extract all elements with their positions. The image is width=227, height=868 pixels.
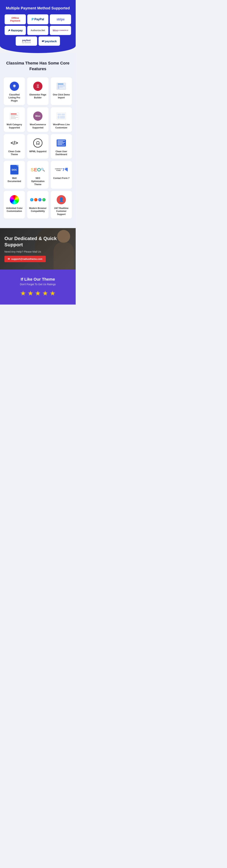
support-subtitle: Need Any Help? Please Mail Us [4,250,71,253]
woocommerce-label: WooCommerce Supported [29,123,47,129]
unlimited-color-icon [9,194,20,205]
unlimited-color-label: Unlimited Color Customization [5,207,23,213]
star-5: ★ [50,289,56,297]
feature-one-click-demo: One Click Demo Import [51,78,72,105]
paypal-p-icon: P [32,18,34,21]
payment-authorizenet: Authorize.Net [27,26,49,35]
clean-code-icon: </> [9,138,20,148]
clean-code-label: Clean Code Theme [5,150,23,156]
feature-modern-browser: Modern Browser Compatibility [27,191,48,219]
razorpay-label: Razorpay [11,29,23,32]
rating-subtitle: Don't Forget To Get Us Ratings [4,283,72,286]
rating-section: If Like Our Theme Don't Forget To Get Us… [0,270,76,305]
modern-browser-label: Modern Browser Compatibility [29,207,47,213]
elementor-e-icon: Ξ [36,84,39,89]
wpml-label: WPML Suppotrd [29,150,46,153]
authorizenet-label: Authorize.Net [31,29,45,32]
svg-point-4 [14,85,15,86]
clean-dashboard-icon [56,138,66,148]
payment-razorpay: Razorpay [5,26,26,35]
seo-icon: S E O 🔍 [33,164,43,175]
payment-title: Multiple Payment Method Supported [4,5,72,11]
woocommerce-icon: Woo [33,111,43,121]
star-1: ★ [20,289,26,297]
elementor-icon: Ξ [33,81,43,91]
headphones-icon: 🎧 [36,141,40,145]
support-email: support@radiustheme.com [11,257,42,260]
contact-form-label: Contact Form 7 [53,177,69,180]
seo-e: E [34,167,37,173]
feature-well-documented: DOC Well Documented [4,161,25,188]
payment-paystack: paystack [38,36,60,46]
paypal-label: PayPal [34,18,44,21]
stars-container: ★ ★ ★ ★ ★ [4,289,72,297]
payment-last-row: payfastby network paystack [5,36,71,46]
payment-paypal: P PayPal [27,14,49,24]
contact-form-icon: CONTACT FORM 7 [56,164,66,175]
firefox-icon [34,198,37,202]
support-person-icon: 👤 [59,197,64,202]
stripe-label: stripe [56,18,64,21]
svg-rect-1 [42,40,45,41]
rating-title: If Like Our Theme [4,277,72,282]
feature-wpml: 🎧 WPML Suppotrd [27,134,48,159]
payment-woocommerce: Woo COMMERCE [50,26,71,35]
payment-offline: Offline Payment [5,14,26,24]
location-icon [12,84,17,89]
wp-customizer-label: WordPress Live Customizer [53,123,70,129]
seo-o: O [37,167,41,173]
feature-contact-form: CONTACT FORM 7 Contact Form 7 [51,161,72,188]
star-2: ★ [28,289,33,297]
chrome-icon [30,198,33,202]
feature-classified-listing: Classified Listing Pro Plugin [4,78,25,105]
well-documented-icon: DOC [9,164,20,175]
feature-clean-code: </> Clean Code Theme [4,134,25,159]
cf7-number: 7 [62,168,64,172]
features-title: Classima Theme Has Some Core Features [4,60,72,72]
woo-commerce-label: COMMERCE [58,29,68,31]
cf7-checkmark [65,168,68,172]
one-click-demo-icon [56,81,66,91]
support-email-button[interactable]: ✉ support@radiustheme.com [4,256,46,262]
support-content: Our Dedicated & Quick Support Need Any H… [4,236,71,262]
customer-support-icon: 👤 [56,194,66,205]
payment-grid: Offline Payment P PayPal stripe Razorpay… [5,14,71,35]
payment-stripe: stripe [50,14,71,24]
safari-icon [42,198,46,202]
feature-clean-dashboard: Clean User Dashboard [51,134,72,159]
paystack-icon [42,40,45,42]
support-title: Our Dedicated & Quick Support [4,236,71,248]
seo-label: SEO Optimization Theme [29,177,47,186]
seo-search-icon: 🔍 [41,168,45,172]
classified-listing-icon [9,81,20,91]
woo-icon-text: Woo [35,115,40,117]
woo-label: Woo [53,29,58,32]
feature-woocommerce: Woo WooCommerce Supported [27,107,48,132]
classified-listing-label: Classified Listing Pro Plugin [5,93,23,102]
customer-support-label: 24/7 Realtime Customer Support [53,207,70,216]
feature-elementor: Ξ Elementor Page Builder [27,78,48,105]
payment-section: Multiple Payment Method Supported Offlin… [0,0,76,53]
feature-multi-category: Multi Category Supported [4,107,25,132]
feature-seo: S E O 🔍 SEO Optimization Theme [27,161,48,188]
email-icon: ✉ [8,257,10,260]
payfast-label: payfastby network [22,39,31,43]
razorpay-icon [8,29,11,32]
payment-payfast: payfastby network [16,36,37,46]
elementor-label: Elementor Page Builder [29,93,47,99]
cf7-logo: CONTACT FORM 7 [55,168,68,172]
svg-marker-0 [8,29,10,32]
feature-customer-support: 👤 24/7 Realtime Customer Support [51,191,72,219]
modern-browser-icon [33,194,43,205]
feature-wp-customizer: WordPress Live Customizer [51,107,72,132]
wpml-icon: 🎧 [33,138,43,148]
one-click-demo-label: One Click Demo Import [53,93,70,99]
multi-category-label: Multi Category Supported [5,123,23,129]
paystack-label: paystack [45,40,57,43]
seo-s: S [31,167,34,173]
offline-label: Offline Payment [6,17,24,22]
support-section: Our Dedicated & Quick Support Need Any H… [0,228,76,270]
star-4: ★ [42,289,48,297]
well-documented-label: Well Documented [5,177,23,183]
multi-category-icon [9,111,20,121]
